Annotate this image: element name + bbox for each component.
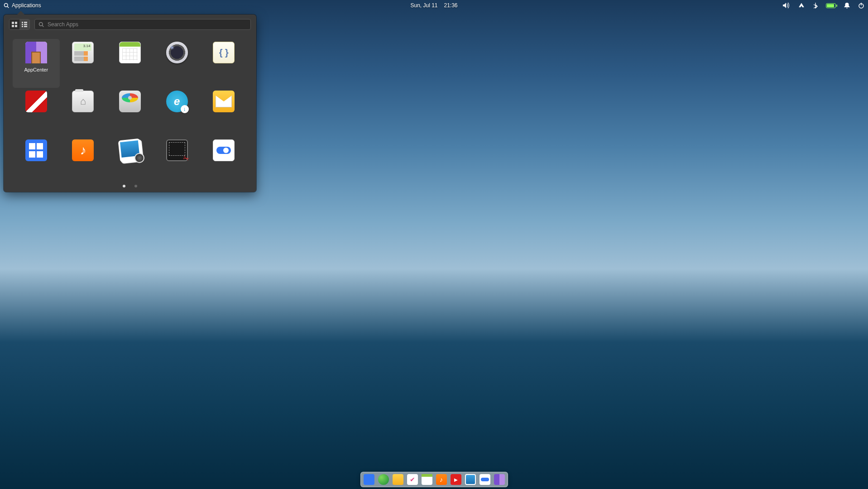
dock-settings[interactable] xyxy=(480,474,490,485)
music-icon: ♪ xyxy=(72,139,94,161)
page-indicator xyxy=(123,185,137,187)
bluetooth-icon[interactable] xyxy=(813,2,818,9)
svg-rect-13 xyxy=(24,26,27,27)
app-screenshot[interactable] xyxy=(153,137,201,186)
multitask-icon xyxy=(25,139,47,161)
volume-icon[interactable] xyxy=(782,2,790,9)
dock-tasks[interactable] xyxy=(407,474,418,485)
dock-photos[interactable] xyxy=(465,474,476,485)
svg-point-14 xyxy=(39,23,43,26)
svg-line-15 xyxy=(42,25,43,27)
grid-view-button[interactable] xyxy=(10,19,19,29)
svg-rect-4 xyxy=(12,22,14,24)
search-icon xyxy=(38,22,44,27)
search-input[interactable] xyxy=(48,21,247,28)
power-icon[interactable] xyxy=(858,2,864,9)
network-icon[interactable] xyxy=(798,2,805,9)
calculator-icon xyxy=(72,42,94,63)
top-panel: Applications Sun, Jul 11 21:36 xyxy=(0,0,868,11)
photos-icon xyxy=(118,139,142,163)
page-dot-1[interactable] xyxy=(123,185,125,187)
panel-date: Sun, Jul 11 xyxy=(410,2,437,9)
app-multitask[interactable] xyxy=(13,137,60,186)
svg-rect-6 xyxy=(12,25,14,27)
dock-music[interactable] xyxy=(436,474,447,485)
svg-line-1 xyxy=(7,6,9,8)
svg-rect-10 xyxy=(22,24,23,25)
applications-label: Applications xyxy=(12,2,41,9)
category-view-button[interactable] xyxy=(19,19,29,29)
svg-rect-12 xyxy=(22,26,23,27)
panel-time: 21:36 xyxy=(444,2,458,9)
app-settings[interactable] xyxy=(200,137,247,186)
app-mail[interactable] xyxy=(200,88,247,137)
list-icon xyxy=(22,22,27,27)
dock xyxy=(360,472,508,487)
search-icon xyxy=(4,3,9,8)
svg-rect-9 xyxy=(24,22,27,23)
battery-icon[interactable] xyxy=(826,3,836,8)
app-camera[interactable] xyxy=(153,39,201,88)
popover-header xyxy=(4,14,256,34)
app-pdf[interactable] xyxy=(13,88,60,137)
battery-fill xyxy=(827,4,834,7)
app-grid: AppCenter { } xyxy=(4,34,256,186)
dock-calendar[interactable] xyxy=(422,474,432,485)
dock-video[interactable] xyxy=(451,474,461,485)
svg-rect-7 xyxy=(15,25,17,27)
app-calendar[interactable] xyxy=(106,39,153,88)
clock[interactable]: Sun, Jul 11 21:36 xyxy=(410,2,457,9)
search-field[interactable] xyxy=(34,19,251,30)
notifications-icon[interactable] xyxy=(844,2,850,9)
code-icon: { } xyxy=(213,42,235,63)
app-calculator[interactable] xyxy=(60,39,107,88)
screenshot-icon xyxy=(166,139,188,161)
svg-point-0 xyxy=(5,4,8,7)
page-dot-2[interactable] xyxy=(134,185,137,187)
app-disks[interactable] xyxy=(106,88,153,137)
applications-menu-button[interactable]: Applications xyxy=(4,2,41,9)
app-photos[interactable] xyxy=(106,137,153,186)
applications-popover: AppCenter { } xyxy=(4,14,256,192)
dock-multitask[interactable] xyxy=(364,474,374,485)
camera-icon xyxy=(166,42,188,63)
app-label: AppCenter xyxy=(24,67,48,72)
svg-rect-8 xyxy=(22,22,23,23)
mail-icon xyxy=(213,91,235,112)
app-files[interactable] xyxy=(60,88,107,137)
app-appcenter[interactable]: AppCenter xyxy=(13,39,60,88)
appcenter-icon xyxy=(25,42,47,63)
app-code[interactable]: { } xyxy=(200,39,247,88)
pdf-icon xyxy=(25,91,47,112)
settings-icon xyxy=(213,139,235,161)
svg-rect-5 xyxy=(15,22,17,24)
dock-mail[interactable] xyxy=(393,474,403,485)
dock-appcenter[interactable] xyxy=(494,474,505,485)
installer-icon xyxy=(166,91,188,112)
app-installer[interactable] xyxy=(153,88,201,137)
grid-icon xyxy=(12,22,17,27)
dock-web[interactable] xyxy=(378,474,389,485)
app-music[interactable]: ♪ xyxy=(60,137,107,186)
view-switcher xyxy=(9,19,30,30)
files-icon xyxy=(72,91,94,112)
disks-icon xyxy=(119,91,141,112)
calendar-icon xyxy=(119,42,141,63)
svg-rect-11 xyxy=(24,24,27,25)
